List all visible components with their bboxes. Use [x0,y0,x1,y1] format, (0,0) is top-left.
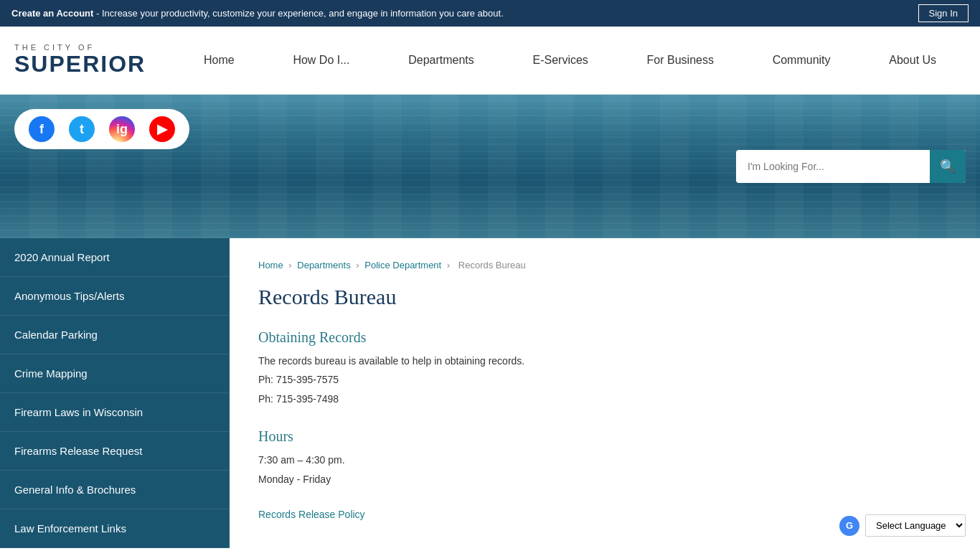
main-area: 2020 Annual Report Anonymous Tips/Alerts… [0,238,980,548]
phone-2: Ph: 715-395-7498 [258,391,951,407]
top-banner: Create an Account - Increase your produc… [0,0,980,27]
search-button[interactable]: 🔍 [930,150,966,183]
nav-home[interactable]: Home [195,48,243,72]
language-select[interactable]: Select Language Español Français [865,514,966,537]
phone-1: Ph: 715-395-7575 [258,372,951,387]
sidebar-item-crime-mapping[interactable]: Crime Mapping [0,354,230,393]
page-title: Records Bureau [258,285,951,309]
hours-heading: Hours [258,428,951,445]
instagram-icon[interactable]: ig [109,116,135,142]
breadcrumb-sep1: › [288,260,294,270]
breadcrumb-police[interactable]: Police Department [364,260,441,270]
breadcrumb-sep3: › [447,260,453,270]
google-translate-icon: G [839,516,859,536]
sidebar-item-firearms-release[interactable]: Firearms Release Request [0,432,230,471]
obtaining-records-section: Obtaining Records The records bureau is … [258,329,951,407]
banner-text: Create an Account - Increase your produc… [11,8,504,19]
nav-departments[interactable]: Departments [400,48,483,72]
youtube-icon[interactable]: ▶ [149,116,175,142]
twitter-icon[interactable]: t [69,116,95,142]
breadcrumb: Home › Departments › Police Department ›… [258,260,951,270]
breadcrumb-sep2: › [356,260,362,270]
sidebar-item-firearm-laws[interactable]: Firearm Laws in Wisconsin [0,393,230,432]
hours-days: Monday - Friday [258,471,951,487]
hours-section: Hours 7:30 am – 4:30 pm. Monday - Friday [258,428,951,487]
header: THE CITY OF SUPERIOR Home How Do I... De… [0,27,980,95]
banner-rest: - Increase your productivity, customize … [96,8,504,19]
sidebar-item-annual-report[interactable]: 2020 Annual Report [0,238,230,277]
sidebar: 2020 Annual Report Anonymous Tips/Alerts… [0,238,230,548]
translate-area: G Select Language Español Français [839,514,966,537]
sidebar-item-law-enforcement[interactable]: Law Enforcement Links [0,509,230,548]
breadcrumb-departments[interactable]: Departments [297,260,350,270]
records-release-policy-link[interactable]: Records Release Policy [258,509,365,520]
nav-eservices[interactable]: E-Services [524,48,597,72]
facebook-icon[interactable]: f [29,116,55,142]
obtaining-records-text: The records bureau is available to help … [258,353,951,369]
logo: THE CITY OF SUPERIOR [14,43,146,77]
nav-how-do-i[interactable]: How Do I... [284,48,358,72]
breadcrumb-current: Records Bureau [458,260,526,270]
search-bar: 🔍 [736,150,966,183]
social-bar: f t ig ▶ [14,109,189,149]
sign-in-button[interactable]: Sign In [918,4,969,22]
sidebar-item-calendar-parking[interactable]: Calendar Parking [0,316,230,354]
breadcrumb-home[interactable]: Home [258,260,283,270]
logo-name: SUPERIOR [14,52,146,77]
hours-time: 7:30 am – 4:30 pm. [258,452,951,468]
sidebar-item-anonymous-tips[interactable]: Anonymous Tips/Alerts [0,277,230,316]
main-nav: Home How Do I... Departments E-Services … [174,48,966,72]
nav-for-business[interactable]: For Business [639,48,722,72]
search-input[interactable] [736,152,930,181]
sidebar-item-general-info[interactable]: General Info & Brochures [0,471,230,509]
obtaining-records-heading: Obtaining Records [258,329,951,346]
banner-bold: Create an Account [11,8,93,19]
content-area: Home › Departments › Police Department ›… [230,238,980,548]
nav-about-us[interactable]: About Us [880,48,945,72]
hero-banner: f t ig ▶ 🔍 [0,95,980,238]
nav-community[interactable]: Community [764,48,839,72]
